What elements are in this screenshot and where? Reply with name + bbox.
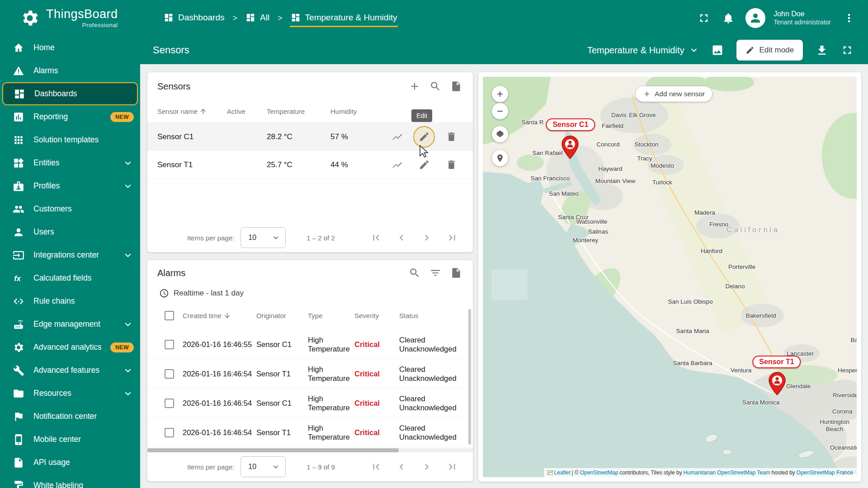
alarm-row[interactable]: 2026-01-16 16:46:54Sensor T1High Tempera… [147, 359, 473, 389]
add-new-sensor-button[interactable]: Add new sensor [636, 86, 712, 102]
marker-pin-sensor-t1[interactable] [769, 372, 786, 397]
row-checkbox[interactable] [165, 369, 174, 379]
add-sensor-button[interactable] [404, 76, 425, 97]
first-page-button[interactable] [366, 457, 386, 477]
search-button[interactable] [404, 263, 425, 283]
dashboard-image-button[interactable] [707, 39, 728, 61]
row-checkbox[interactable] [165, 399, 174, 408]
delete-button[interactable] [440, 154, 462, 176]
sidebar-item-rule-chains[interactable]: Rule chains [0, 290, 140, 313]
export-button[interactable] [446, 263, 467, 283]
humidity-cell: 57 % [330, 132, 382, 141]
last-page-button[interactable] [442, 457, 462, 477]
column-header-status[interactable]: Status [399, 312, 465, 319]
thingsboard-logo[interactable]: ThingsBoard Professional [0, 8, 145, 28]
sidebar-item-profiles[interactable]: Profiles [0, 174, 140, 197]
select-all-checkbox[interactable] [165, 311, 174, 320]
sidebar-item-calculated-fields[interactable]: fxCalculated fields [0, 267, 140, 290]
last-page-button[interactable] [442, 228, 462, 248]
vertical-scrollbar[interactable] [468, 309, 471, 445]
sidebar-item-reporting[interactable]: ReportingNEW [0, 105, 140, 128]
map-city-label: Bakersfield [746, 312, 776, 319]
sidebar-item-alarms[interactable]: Alarms [0, 59, 140, 82]
marker-label-sensor-c1[interactable]: Sensor C1 [546, 118, 595, 131]
new-badge: NEW [110, 112, 134, 122]
breadcrumb-temperature-humidity[interactable]: Temperature & Humidity [290, 9, 398, 27]
timeseries-button[interactable] [386, 126, 408, 148]
attribution-link[interactable]: OpenStreetMap France [797, 469, 853, 476]
sidebar-item-dashboards[interactable]: Dashboards [2, 82, 138, 105]
sidebar-item-advanced-analytics[interactable]: Advanced analyticsNEW [0, 336, 140, 359]
attribution-link[interactable]: Humanitarian OpenStreetMap Team [684, 469, 770, 476]
locate-button[interactable] [492, 150, 508, 166]
column-header-humidity[interactable]: Humidity [330, 108, 382, 115]
leaflet-map[interactable]: California + − Add new sensor Leaflet | … [483, 77, 857, 477]
column-header-originator[interactable]: Originator [256, 312, 308, 319]
file-icon [13, 457, 24, 469]
dashboard-select[interactable]: Temperature & Humidity [584, 42, 703, 58]
flag-icon [13, 411, 24, 422]
search-button[interactable] [425, 76, 446, 97]
previous-page-button[interactable] [392, 457, 411, 477]
alarm-row[interactable]: 2026-01-16 16:46:54Sensor T1High Tempera… [147, 418, 473, 447]
sidebar-item-entities[interactable]: Entities [0, 151, 140, 174]
layers-button[interactable] [492, 126, 508, 142]
map-city-label: Fairfield [602, 122, 623, 129]
notifications-button[interactable] [717, 7, 739, 29]
sidebar-item-label: Entities [33, 158, 59, 168]
sidebar-item-home[interactable]: Home [0, 36, 140, 59]
filter-button[interactable] [425, 263, 446, 283]
fullscreen-button[interactable] [693, 7, 715, 29]
map-city-label: Turlock [652, 179, 672, 186]
row-checkbox[interactable] [165, 428, 174, 437]
edit-mode-button[interactable]: Edit mode [736, 40, 803, 61]
zoom-out-button[interactable]: − [492, 103, 508, 119]
items-per-page-select[interactable]: 10 [241, 456, 286, 477]
marker-label-sensor-t1[interactable]: Sensor T1 [752, 356, 801, 368]
sidebar-item-api-usage[interactable]: API usage [0, 451, 140, 474]
export-button[interactable] [446, 76, 467, 97]
first-page-button[interactable] [366, 228, 386, 248]
sidebar-item-users[interactable]: Users [0, 221, 140, 244]
next-page-button[interactable] [417, 457, 437, 477]
breadcrumb-dashboards[interactable]: Dashboards [163, 9, 225, 27]
sidebar-item-resources[interactable]: Resources [0, 382, 140, 405]
attribution-link[interactable]: OpenStreetMap [580, 469, 618, 476]
breadcrumb-all[interactable]: All [245, 9, 270, 27]
toolbar-fullscreen-button[interactable] [836, 39, 858, 61]
sidebar-item-customers[interactable]: Customers [0, 197, 140, 221]
previous-page-button[interactable] [392, 228, 411, 248]
sidebar-item-integrations-center[interactable]: Integrations center [0, 244, 140, 267]
zoom-in-button[interactable]: + [492, 86, 508, 102]
attribution-link[interactable]: Leaflet [554, 469, 571, 476]
alarms-table-header: Created timeOriginatorTypeSeverityStatus [147, 307, 473, 324]
sidebar-item-solution-templates[interactable]: Solution templates [0, 128, 140, 151]
download-button[interactable] [811, 39, 833, 61]
sidebar-item-advanced-features[interactable]: Advanced features [0, 359, 140, 382]
sidebar-item-label: Customers [33, 204, 72, 214]
row-checkbox[interactable] [165, 340, 174, 349]
timeseries-button[interactable] [386, 154, 408, 176]
user-menu-button[interactable] [838, 7, 860, 29]
alarm-row[interactable]: 2026-01-16 16:46:55Sensor C1High Tempera… [147, 330, 473, 359]
sidebar-item-white-labeling[interactable]: White labeling [0, 474, 140, 488]
type-cell: High Temperature [308, 394, 354, 412]
horizontal-scrollbar[interactable] [147, 448, 399, 452]
column-header-severity[interactable]: Severity [354, 312, 399, 319]
timewindow-button[interactable]: Realtime - last 1 day [147, 286, 473, 301]
alarm-row[interactable]: 2026-01-16 16:46:54Sensor C1High Tempera… [147, 389, 473, 418]
sidebar-item-mobile-center[interactable]: Mobile center [0, 428, 140, 451]
column-header-active[interactable]: Active [227, 108, 267, 115]
items-per-page-select[interactable]: 10 [241, 227, 286, 248]
column-header-sensor-name[interactable]: Sensor name [157, 108, 227, 115]
sidebar-item-label: Advanced features [33, 366, 99, 375]
marker-pin-sensor-c1[interactable] [561, 136, 579, 161]
sidebar-item-edge-management[interactable]: Edge management [0, 313, 140, 336]
column-header-temperature[interactable]: Temperature [267, 108, 330, 115]
sidebar-item-notification-center[interactable]: Notification center [0, 405, 140, 428]
column-header-created-time[interactable]: Created time [183, 312, 256, 319]
delete-button[interactable] [440, 126, 462, 148]
user-avatar[interactable] [745, 8, 765, 28]
next-page-button[interactable] [417, 228, 437, 248]
column-header-type[interactable]: Type [308, 312, 354, 319]
